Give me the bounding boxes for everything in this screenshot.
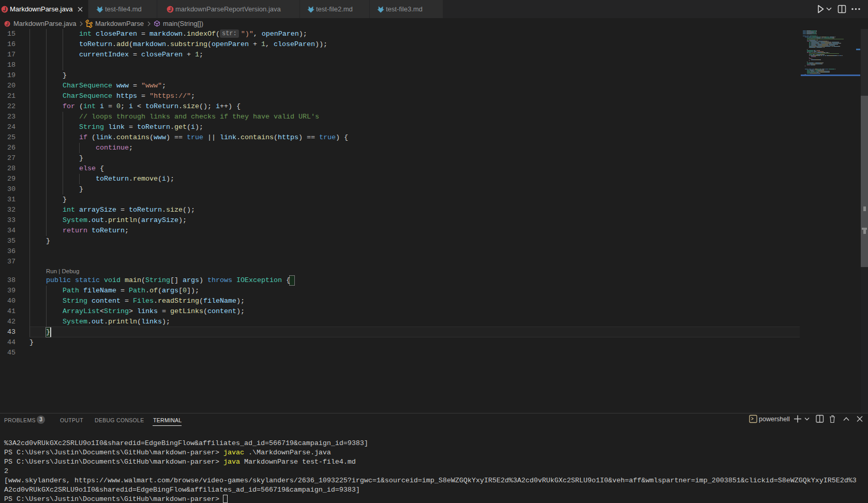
svg-text:powershell: powershell xyxy=(759,416,790,423)
